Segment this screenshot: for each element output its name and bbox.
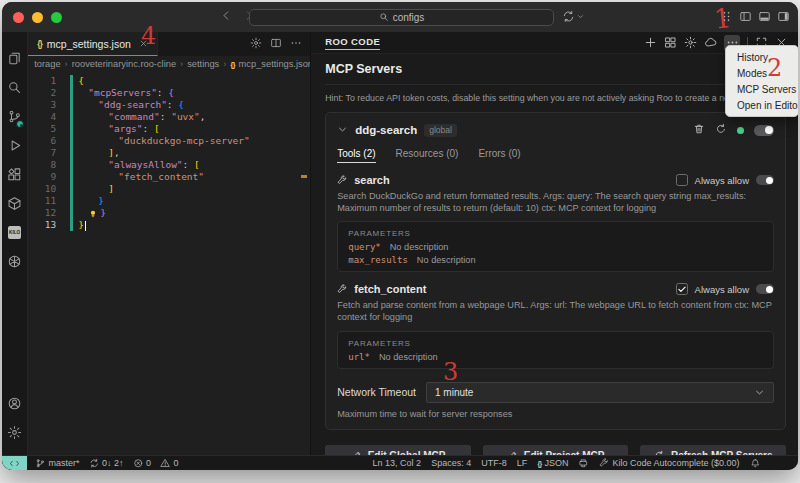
server-enabled-toggle[interactable]	[754, 125, 774, 136]
status-item[interactable]: Spaces: 4	[431, 458, 471, 468]
add-button[interactable]	[644, 36, 657, 49]
status-item[interactable]: 0	[133, 458, 152, 469]
annotation-4: 4	[141, 22, 156, 50]
split-editor-button[interactable]	[270, 35, 282, 53]
menu-item-mcp-servers[interactable]: MCP Servers	[726, 81, 798, 97]
explorer-icon	[7, 51, 22, 66]
activity-item-kilo-code[interactable]: KILO	[2, 218, 27, 247]
marketplace-button[interactable]	[664, 36, 677, 49]
editor-settings-button[interactable]	[250, 35, 262, 53]
containers-icon	[7, 196, 22, 211]
activity-bar: KILO	[2, 32, 28, 455]
chevron-down-icon	[576, 12, 585, 21]
back-icon[interactable]	[220, 9, 233, 22]
status-item[interactable]: Ln 13, Col 2	[373, 458, 422, 468]
split-editor-icon	[270, 37, 282, 49]
lightbulb-icon[interactable]	[88, 209, 98, 219]
tab-tools[interactable]: Tools (2)	[337, 148, 375, 163]
settings-gear-icon	[684, 36, 697, 49]
collapse-chevron-icon[interactable]	[337, 121, 348, 139]
activity-item-source-control[interactable]	[2, 102, 27, 131]
tab-mcp-settings[interactable]: {} mcp_settings.json	[28, 32, 158, 56]
menu-item-history[interactable]: History	[726, 49, 798, 65]
toggle-panel-icon	[758, 10, 771, 23]
sync-icon	[89, 458, 100, 469]
activity-item-search[interactable]	[2, 73, 27, 102]
tab-resources[interactable]: Resources (0)	[396, 148, 459, 163]
menu-item-modes[interactable]: Modes	[726, 65, 798, 81]
delete-server-icon[interactable]	[693, 121, 705, 139]
activity-item-settings[interactable]	[7, 418, 22, 447]
status-item[interactable]: Kilo Code Autocomplete ($0.00)	[599, 458, 740, 469]
search-value: configs	[393, 12, 425, 23]
command-center-search[interactable]: configs	[249, 9, 554, 26]
json-file-icon: {}	[230, 60, 234, 69]
toggle-primary-sidebar-button[interactable]	[739, 10, 752, 23]
tab-errors[interactable]: Errors (0)	[478, 148, 520, 163]
always-allow-checkbox[interactable]	[676, 283, 688, 295]
account-icon	[7, 396, 22, 411]
layout-sync-icon[interactable]	[562, 10, 575, 23]
status-item[interactable]: 0↓ 2↑	[89, 458, 124, 469]
menu-item-open-in-editor[interactable]: Open in Editor	[726, 97, 798, 113]
toggle-secondary-sidebar-icon	[777, 10, 790, 23]
activity-item-run-debug[interactable]	[2, 131, 27, 160]
breadcrumb-segment[interactable]: torage	[34, 59, 60, 69]
status-item[interactable]: 0	[160, 458, 179, 469]
breadcrumb-segment[interactable]: mcp_settings.json	[239, 59, 311, 69]
refresh-mcp-servers-button[interactable]: Refresh MCP Servers	[640, 445, 786, 455]
status-item[interactable]: {}JSON	[537, 458, 568, 468]
tool-fetch_content: fetch_contentAlways allowFetch and parse…	[337, 283, 774, 368]
status-item[interactable]: UTF-8	[481, 458, 507, 468]
toggle-secondary-sidebar-button[interactable]	[777, 10, 790, 23]
activity-item-explorer[interactable]	[2, 44, 27, 73]
braces-icon: {}	[537, 459, 541, 468]
remote-indicator[interactable]	[2, 456, 27, 471]
cloud-icon	[704, 36, 717, 49]
tool-toggle[interactable]	[756, 284, 774, 294]
editor-group: {} mcp_settings.json torage›rooveterinar…	[28, 32, 310, 455]
layout-sync-icon[interactable]	[562, 10, 585, 23]
restart-server-icon	[715, 123, 727, 135]
status-item[interactable]	[578, 458, 589, 469]
edit-project-mcp-button[interactable]: Edit Project MCP	[483, 445, 629, 455]
settings-gear-button[interactable]	[684, 36, 697, 49]
activity-item-account[interactable]	[7, 389, 22, 418]
edit-global-mcp-button[interactable]: Edit Global MCP	[325, 445, 471, 455]
close-window-button[interactable]	[13, 12, 24, 23]
annotation-3: 3	[443, 358, 458, 386]
toggle-panel-button[interactable]	[758, 10, 771, 23]
network-timeout-select[interactable]: 1 minute	[426, 382, 774, 403]
network-timeout-caption: Maximum time to wait for server response…	[337, 409, 774, 419]
tool-toggle[interactable]	[756, 175, 774, 185]
run-debug-icon	[7, 138, 22, 153]
activity-item-roo-code[interactable]	[2, 247, 27, 276]
cloud-button[interactable]	[704, 36, 717, 49]
zoom-window-button[interactable]	[51, 12, 62, 23]
parameter-row: query*No description	[348, 242, 763, 252]
branch-icon	[35, 458, 46, 469]
status-item[interactable]: LF	[517, 458, 528, 468]
breadcrumb-segment[interactable]: rooveterinaryinc.roo-cline	[72, 59, 176, 69]
status-item[interactable]: master*	[35, 458, 80, 469]
vscode-window: configs KILO {} mcp_settings.json torage…	[2, 2, 798, 470]
toggle-primary-sidebar-icon	[739, 10, 752, 23]
breadcrumb[interactable]: torage›rooveterinaryinc.roo-cline›settin…	[28, 56, 310, 72]
server-name: ddg-search	[355, 124, 417, 136]
activity-item-containers[interactable]	[2, 189, 27, 218]
error-icon	[133, 458, 144, 469]
marketplace-icon	[664, 36, 677, 49]
parameters-box: PARAMETERSurl*No description	[337, 331, 774, 369]
activity-item-extensions[interactable]	[2, 160, 27, 189]
search-icon	[7, 80, 22, 95]
back-icon[interactable]	[220, 8, 233, 26]
restart-server-icon[interactable]	[715, 121, 727, 139]
status-item[interactable]	[750, 458, 761, 469]
always-allow-checkbox[interactable]	[676, 174, 688, 186]
panel-title: ROO CODE	[325, 36, 380, 50]
breadcrumb-segment[interactable]: settings	[187, 59, 219, 69]
minimize-window-button[interactable]	[32, 12, 43, 23]
code-editor[interactable]: 1{2"mcpServers": {3"ddg-search": {4"comm…	[28, 72, 310, 455]
server-scope-badge: global	[424, 124, 457, 137]
more-actions-button[interactable]	[290, 35, 302, 53]
